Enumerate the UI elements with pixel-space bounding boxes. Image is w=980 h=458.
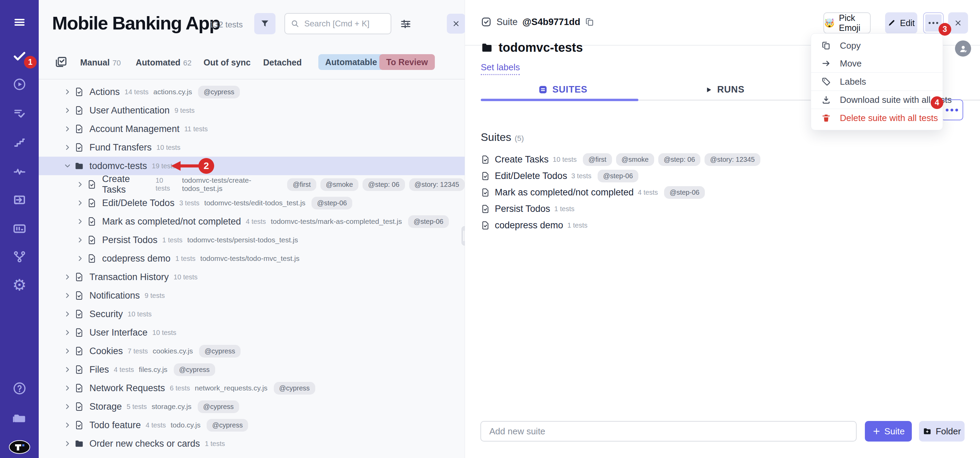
menu-item-delete-suite[interactable]: Delete suite with all tests [811, 109, 943, 127]
tag-badge[interactable]: @smoke [616, 153, 654, 166]
chevron-right-icon[interactable] [64, 347, 72, 355]
tag-badge[interactable]: @step-06 [408, 215, 449, 228]
tree-row-actions[interactable]: Actions 14 tests actions.cy.js @cypress [39, 83, 465, 101]
help-icon[interactable] [0, 381, 39, 396]
menu-item-labels[interactable]: Labels [811, 73, 943, 91]
chevron-right-icon[interactable] [64, 125, 72, 133]
play-circle-icon[interactable] [0, 78, 39, 91]
tag-badge[interactable]: @story: 12345 [705, 153, 760, 166]
chevron-right-icon[interactable] [76, 236, 85, 244]
tag-badge[interactable]: @step: 06 [658, 153, 700, 166]
badge-automatable[interactable]: Automatable [318, 54, 384, 70]
logo[interactable] [0, 440, 39, 454]
chevron-right-icon[interactable] [76, 217, 85, 225]
tree-row-storage[interactable]: Storage 5 tests storage.cy.js @cypress [39, 397, 465, 416]
search-input[interactable] [304, 19, 385, 29]
chevron-right-icon[interactable] [64, 106, 72, 115]
chevron-right-icon[interactable] [64, 273, 72, 281]
tag-badge[interactable]: @first [583, 153, 612, 166]
add-folder-button[interactable]: Folder [919, 421, 964, 442]
tag-badge[interactable]: @cypress [207, 419, 248, 432]
suite-row-create-tasks[interactable]: Create Tasks 10 tests @first @smoke @ste… [481, 151, 961, 168]
tag-badge[interactable]: @story: 12345 [409, 178, 465, 191]
tree-row-fund-transfers[interactable]: Fund Transfers 10 tests [39, 138, 465, 157]
tree-row-mark-as-completed[interactable]: Mark as completed/not completed 4 tests … [39, 212, 465, 231]
suite-row-persist-todos[interactable]: Persist Todos 1 tests [481, 201, 961, 217]
chevron-right-icon[interactable] [64, 439, 72, 448]
dashboard-icon[interactable] [0, 222, 39, 236]
tree-row-edit-delete-todos[interactable]: Edit/Delete Todos 3 tests todomvc-tests/… [39, 194, 465, 212]
tree-row-order-new-checks[interactable]: Order new checks or cards 1 tests [39, 434, 465, 453]
close-tests-panel-button[interactable] [447, 14, 465, 34]
close-suite-button[interactable] [948, 12, 968, 34]
tag-badge[interactable]: @cypress [198, 401, 239, 413]
chevron-right-icon[interactable] [64, 365, 72, 373]
tab-suites[interactable]: SUITES [538, 85, 587, 95]
badge-to-review[interactable]: To Review [379, 54, 435, 70]
chevron-right-icon[interactable] [64, 291, 72, 300]
tree-row-security[interactable]: Security 10 tests [39, 305, 465, 323]
suite-row-mark-as-completed[interactable]: Mark as completed/not completed 4 tests … [481, 184, 961, 201]
chevron-right-icon[interactable] [76, 199, 85, 207]
menu-icon[interactable] [0, 16, 39, 29]
tag-badge[interactable]: @smoke [320, 178, 358, 191]
check-icon[interactable] [0, 49, 39, 63]
tab-runs[interactable]: RUNS [705, 85, 745, 95]
chevron-right-icon[interactable] [64, 384, 72, 392]
projects-folder-icon[interactable] [0, 410, 39, 426]
tree-row-user-authentication[interactable]: User Authentication 9 tests [39, 101, 465, 120]
tree-row-persist-todos[interactable]: Persist Todos 1 tests todomvc-tests/pers… [39, 231, 465, 249]
add-suite-button[interactable]: Suite [865, 421, 912, 442]
chevron-right-icon[interactable] [64, 402, 72, 411]
search-box[interactable] [285, 13, 391, 34]
chevron-right-icon[interactable] [64, 143, 72, 152]
chevron-right-icon[interactable] [76, 254, 85, 263]
chevron-down-icon[interactable] [64, 162, 72, 170]
copy-id-icon[interactable] [585, 17, 595, 27]
tag-badge[interactable]: @step: 06 [363, 178, 405, 191]
tree-row-files[interactable]: Files 4 tests files.cy.js @cypress [39, 360, 465, 379]
chevron-right-icon[interactable] [64, 310, 72, 318]
tree-row-codepress-demo[interactable]: codepress demo 1 tests todomvc-tests/tod… [39, 249, 465, 268]
tag-badge[interactable]: @first [287, 178, 316, 191]
tree-row-user-interface[interactable]: User Interface 10 tests [39, 323, 465, 342]
pulse-icon[interactable] [0, 164, 39, 178]
select-all-icon[interactable] [54, 56, 67, 69]
tag-badge[interactable]: @step-06 [312, 197, 352, 209]
tree-row-network-requests[interactable]: Network Requests 6 tests network_request… [39, 379, 465, 397]
tag-badge[interactable]: @step-06 [664, 186, 705, 199]
tree-row-notifications[interactable]: Notifications 9 tests [39, 286, 465, 305]
tree-row-todomvc-tests[interactable]: todomvc-tests 19 tests [39, 157, 465, 175]
tag-badge[interactable]: @cypress [199, 345, 240, 357]
tag-badge[interactable]: @step-06 [598, 170, 638, 182]
tag-badge[interactable]: @cypress [198, 86, 240, 98]
menu-item-move[interactable]: Move [811, 54, 943, 72]
avatar[interactable] [955, 40, 971, 57]
chevron-right-icon[interactable] [64, 421, 72, 429]
pick-emoji-button[interactable]: 🤯 Pick Emoji [823, 12, 871, 34]
suite-row-codepress-demo[interactable]: codepress demo 1 tests [481, 217, 961, 233]
tree-row-account-management[interactable]: Account Management 11 tests [39, 120, 465, 138]
tab-out-of-sync[interactable]: Out of sync [204, 57, 251, 67]
tree-row-create-tasks[interactable]: Create Tasks 10 tests todomvc-tests/crea… [39, 175, 465, 194]
tab-manual[interactable]: Manual70 [80, 57, 121, 67]
suite-row-edit-delete-todos[interactable]: Edit/Delete Todos 3 tests @step-06 [481, 168, 961, 184]
chevron-right-icon[interactable] [76, 180, 85, 188]
sign-in-icon[interactable] [0, 193, 39, 207]
test-runs-icon[interactable] [0, 107, 39, 121]
branch-icon[interactable] [0, 250, 39, 264]
tag-badge[interactable]: @cypress [274, 382, 315, 394]
menu-item-download-suite[interactable]: Download suite with all tests [811, 91, 943, 109]
tree-row-transaction-history[interactable]: Transaction History 10 tests [39, 268, 465, 286]
add-suite-input[interactable] [480, 421, 857, 442]
view-settings-icon[interactable] [399, 18, 412, 30]
tree-row-todo-feature[interactable]: Todo feature 4 tests todo.cy.js @cypress [39, 416, 465, 434]
gear-icon[interactable]: ⚙ [0, 277, 39, 293]
steps-icon[interactable] [0, 136, 39, 150]
filter-button[interactable] [254, 13, 275, 34]
edit-button[interactable]: Edit [885, 12, 917, 34]
menu-item-copy[interactable]: Copy [811, 37, 943, 54]
set-labels-link[interactable]: Set labels [481, 62, 520, 75]
chevron-right-icon[interactable] [64, 329, 72, 337]
tab-detached[interactable]: Detached [263, 57, 302, 67]
